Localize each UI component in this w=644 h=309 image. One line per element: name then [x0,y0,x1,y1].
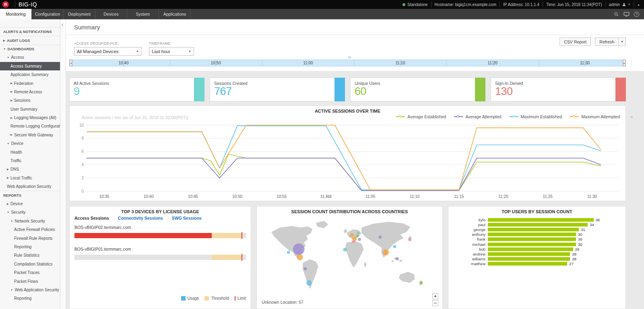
license-tab-swg-sessions[interactable]: SWG Sessions [172,216,202,220]
time-range-slider[interactable]: 10:4010:5011:0011:1011:2011:30 [69,60,626,66]
timeframe-select[interactable]: Last hour ▼ [149,47,194,56]
sidebar-item-packet-flows[interactable]: Packet Flows [0,277,60,285]
legend-dot [457,115,459,117]
sidebar-item-device[interactable]: ▼Device [0,139,60,148]
sidebar-item-health[interactable]: Health [0,148,60,156]
sidebar-item-remote-logging-configuration[interactable]: Remote Logging Configuration [0,122,60,130]
expand-panel-icon[interactable]: « [630,114,633,119]
chevron-right-icon: ▶ [10,133,12,136]
collapse-sidebar-icon[interactable]: ‹ [62,22,63,27]
device-name: BOS-vBIGIP01.termmarc.com [74,247,246,251]
metric-card-sessions-created[interactable]: Sessions Created767 [210,78,345,101]
legend-item-maximum-attempted[interactable]: Maximum Attempted [570,114,620,119]
sidebar-item-rule-statistics[interactable]: Rule Statistics [0,251,60,260]
session-count-bubble [304,267,307,270]
sidebar-item-logging-messages-all[interactable]: ▶Logging Messages (All) [0,113,60,122]
sidebar-item-device[interactable]: ▶Device [0,200,60,208]
sidebar-item-alerts-notifications[interactable]: ALERTS & NOTIFICATIONS [0,27,60,36]
access-group-select[interactable]: All Managed Devices ▼ [74,47,142,56]
metric-card-sign-in-denied[interactable]: Sign-In Denied130 [491,78,626,101]
divider [431,2,431,7]
device-monitor-icon[interactable] [623,12,630,17]
refresh-dropdown-caret[interactable]: ▼ [618,38,625,45]
user-menu[interactable]: admin ▼ [609,2,630,7]
slider-grip-icon[interactable] [348,56,351,58]
chevron-right-icon: ▶ [10,99,12,102]
sidebar-item-web-application-security[interactable]: ▼Web Application Security [0,286,60,294]
sidebar-item-remote-access[interactable]: ▶Remote Access [0,88,60,96]
collapse-topbar-icon[interactable]: ▲ [637,3,640,6]
sidebar-item-reporting[interactable]: Reporting [0,294,60,303]
sidebar-item-application-summary[interactable]: Application Summary [0,70,60,79]
sidebar-item-dashboards[interactable]: ▼DASHBOARDS [0,45,60,53]
refresh-button[interactable]: Refresh [595,38,618,45]
sidebar-item-federation[interactable]: ▶Federation [0,79,60,87]
sidebar-item-secure-web-gateway[interactable]: ▶Secure Web Gateway [0,131,60,139]
legend-item-average-established[interactable]: Average Established [396,114,446,119]
legend-swatch [181,296,186,301]
sidebar-item-label: Remote Logging Configuration [10,124,60,128]
license-tab-connectivity-sessions[interactable]: Connectivity Sessions [118,216,163,220]
sidebar-item-audit-logs[interactable]: ▶AUDIT LOGS [0,36,60,44]
csv-report-button[interactable]: CSV Report [559,37,591,46]
sidebar-item-traffic[interactable]: Traffic [0,157,60,165]
top-bar: f5 BIG-IQ Standalone Hostname: bigiq1cm.… [0,0,644,9]
sidebar-item-access[interactable]: ▼Access [0,53,60,62]
main-content: Summary ACCESS GROUP/DEVICE: All Managed… [66,19,644,309]
sidebar-item-security[interactable]: ▼Security [0,208,60,216]
sidebar-item-active-firewall-policies[interactable]: Active Firewall Policies [0,225,60,234]
sidebar-item-label: REPORTS [3,194,21,198]
y-axis-label: 0 [81,189,84,194]
license-tab-access-sessions[interactable]: Access Sessions [74,216,109,220]
tab-deployment[interactable]: Deployment [64,9,95,19]
legend-item-threshold: Threshold [204,296,229,301]
search-icon[interactable] [614,12,619,17]
sidebar-item-web-application-security[interactable]: Web Application Security [0,182,60,191]
sidebar-item-firewall-rule-reports[interactable]: Firewall Rule Reports [0,234,60,242]
sidebar-item-compilation-statistics[interactable]: Compilation Statistics [0,260,60,268]
threshold-segment [212,233,242,238]
chevron-down-icon: ▼ [7,56,9,59]
zoom-out-button[interactable]: − [432,300,438,306]
sidebar-item-local-traffic[interactable]: ▶Local Traffic [0,174,60,182]
session-count-bubble [350,233,353,237]
sidebar-item-dns[interactable]: ▶DNS [0,165,60,173]
sidebar-item-label: Device [10,202,23,206]
sidebar-item-label: Access Summary [10,64,42,68]
sidebar-item-reporting[interactable]: Reporting [0,243,60,251]
session-count-bubble [306,280,312,285]
legend-item-average-attempted[interactable]: Average Attempted [454,114,501,119]
slider-left-handle[interactable]: ◂ [69,60,72,66]
sidebar-item-sessions[interactable]: ▶Sessions [0,96,60,105]
metric-card-unique-users[interactable]: Unique Users60 [350,78,485,101]
slider-time-label: 10:40 [118,61,128,65]
metric-accent-bar [615,78,626,101]
metric-card-all-active-sessions[interactable]: All Active Sessions9 [69,78,204,101]
tab-devices[interactable]: Devices [95,9,127,19]
world-map[interactable] [258,216,441,298]
user-session-bar [488,257,570,261]
legend-item-maximum-established[interactable]: Maximum Established [510,114,562,119]
tab-configuration[interactable]: Configuration [32,9,64,19]
tab-applications[interactable]: Applications [159,9,191,19]
zoom-in-button[interactable]: + [432,293,438,299]
user-row: kylo36 [452,217,622,222]
sidebar-item-label: Compilation Statistics [14,262,53,266]
help-icon[interactable]: ? [634,12,639,17]
sidebar-item-label: User Summary [10,107,37,111]
slider-right-handle[interactable]: ▸ [623,60,626,66]
user-value: 28 [572,252,576,256]
sidebar-item-packet-traces[interactable]: Packet Traces [0,268,60,277]
sidebar-item-network-security[interactable]: ▼Network Security [0,217,60,225]
tab-monitoring[interactable]: Monitoring [0,9,32,19]
chevron-right-icon: ▶ [7,168,9,171]
user-session-bar [488,223,588,227]
legend-marker [454,116,463,117]
sidebar-item-access-summary[interactable]: Access Summary [0,62,60,70]
tab-system[interactable]: System [127,9,159,19]
sidebar-item-user-summary[interactable]: User Summary [0,105,60,113]
x-axis-label: 11 AM [320,194,332,199]
sidebar-item-reports[interactable]: REPORTS [0,191,60,199]
user-value: 30 [578,232,582,237]
slider-time-label: 11:20 [488,61,497,65]
